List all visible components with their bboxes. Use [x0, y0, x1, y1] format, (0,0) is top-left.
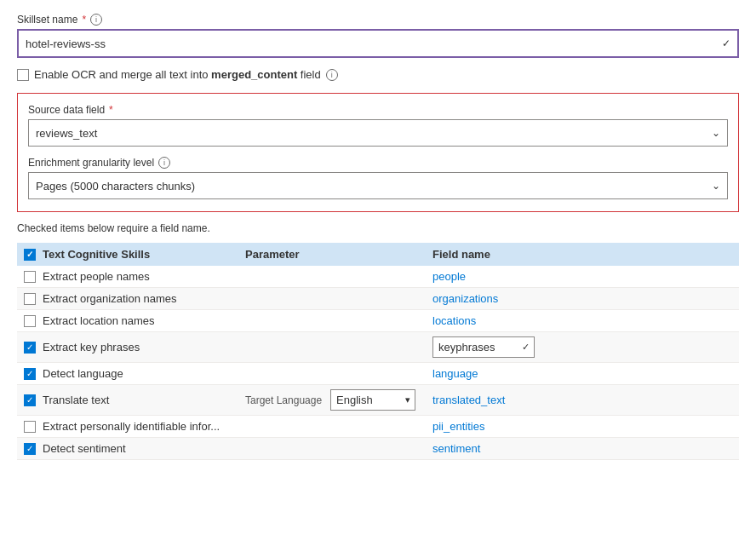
- table-row: Detect sentimentsentiment: [17, 438, 739, 460]
- table-row: Extract location nameslocations: [17, 310, 739, 332]
- source-data-required: *: [109, 104, 113, 116]
- helper-text: Checked items below require a field name…: [17, 222, 739, 234]
- field-name-cell: keyphrases✓: [426, 332, 739, 363]
- param-chevron-icon: ▾: [405, 394, 410, 405]
- ocr-row: Enable OCR and merge all text into merge…: [17, 68, 739, 81]
- field-name-value: organizations: [432, 292, 498, 305]
- table-row: Detect languagelanguage: [17, 363, 739, 385]
- source-data-section: Source data field * reviews_text ⌄: [28, 104, 728, 147]
- skillset-required: *: [82, 14, 86, 26]
- ocr-checkbox[interactable]: [17, 69, 29, 81]
- skill-cell: Extract people names: [17, 266, 238, 288]
- skillset-section: Skillset name * i hotel-reviews-ss ✓: [17, 14, 739, 58]
- table-row: Translate textTarget LanguageEnglish▾tra…: [17, 385, 739, 416]
- enrichment-label: Enrichment granularity level i: [28, 157, 728, 169]
- skill-cell: Detect language: [17, 363, 238, 385]
- field-name-cell: sentiment: [426, 438, 739, 460]
- param-select[interactable]: English▾: [330, 389, 415, 411]
- red-border-section: Source data field * reviews_text ⌄ Enric…: [17, 93, 739, 212]
- skill-checkbox[interactable]: [24, 271, 36, 283]
- ocr-label-prefix: Enable OCR and merge all text into: [34, 68, 211, 81]
- enrichment-section: Enrichment granularity level i Pages (50…: [28, 157, 728, 199]
- source-data-select[interactable]: reviews_text ⌄: [28, 119, 728, 147]
- ocr-label: Enable OCR and merge all text into merge…: [34, 68, 321, 81]
- skill-checkbox[interactable]: [24, 293, 36, 305]
- param-label: Target Language: [245, 394, 322, 406]
- table-header-row: Text Cognitive Skills Parameter Field na…: [17, 243, 739, 266]
- skillset-label-text: Skillset name: [17, 14, 77, 26]
- param-cell: Target LanguageEnglish▾: [238, 385, 426, 416]
- field-name-cell: pii_entities: [426, 416, 739, 438]
- skill-checkbox[interactable]: [24, 421, 36, 433]
- field-name-value: locations: [432, 314, 476, 327]
- skill-label: Detect sentiment: [43, 442, 126, 455]
- skill-label: Extract people names: [43, 270, 150, 283]
- field-name-cell: translated_text: [426, 385, 739, 416]
- skillset-select[interactable]: hotel-reviews-ss ✓: [17, 29, 739, 58]
- table-row: Extract key phraseskeyphrases✓: [17, 332, 739, 363]
- table-row: Extract people namespeople: [17, 266, 739, 288]
- skill-checkbox[interactable]: [24, 342, 36, 354]
- skillset-info-icon[interactable]: i: [90, 14, 102, 26]
- param-select-value: English: [331, 390, 393, 410]
- table-row: Extract organization namesorganizations: [17, 288, 739, 310]
- field-name-select-value: keyphrases: [433, 337, 515, 357]
- source-data-label: Source data field *: [28, 104, 728, 116]
- skills-table: Text Cognitive Skills Parameter Field na…: [17, 243, 739, 460]
- field-name-cell: people: [426, 266, 739, 288]
- ocr-info-icon[interactable]: i: [326, 69, 338, 81]
- skill-cell: Extract organization names: [17, 288, 238, 310]
- field-name-value: pii_entities: [432, 420, 484, 433]
- skill-cell: Extract key phrases: [17, 332, 238, 363]
- param-cell: [238, 288, 426, 310]
- skillset-chevron-icon: ✓: [722, 37, 730, 49]
- field-name-value: language: [432, 367, 478, 380]
- skill-label: Translate text: [43, 394, 109, 406]
- skillset-label: Skillset name * i: [17, 14, 739, 26]
- param-cell: [238, 332, 426, 363]
- skill-cell: Extract personally identifiable infor...: [17, 416, 238, 438]
- field-name-value: translated_text: [432, 394, 505, 406]
- skill-label: Extract personally identifiable infor...: [43, 420, 220, 433]
- field-name-cell: language: [426, 363, 739, 385]
- field-name-value: sentiment: [432, 442, 480, 455]
- skill-checkbox[interactable]: [24, 443, 36, 455]
- skill-cell: Extract location names: [17, 310, 238, 332]
- header-skill: Text Cognitive Skills: [17, 243, 238, 266]
- source-data-value: reviews_text: [29, 120, 727, 146]
- source-data-label-text: Source data field: [28, 104, 105, 116]
- header-checkbox[interactable]: [24, 249, 36, 261]
- header-field: Field name: [426, 243, 739, 266]
- skill-checkbox[interactable]: [24, 368, 36, 380]
- skill-cell: Detect sentiment: [17, 438, 238, 460]
- enrichment-select[interactable]: Pages (5000 characters chunks) ⌄: [28, 172, 728, 199]
- param-cell: [238, 438, 426, 460]
- skill-cell: Translate text: [17, 385, 238, 416]
- enrichment-info-icon[interactable]: i: [158, 157, 170, 169]
- skill-label: Detect language: [43, 367, 123, 380]
- skill-checkbox[interactable]: [24, 315, 36, 327]
- ocr-merged-content: merged_content: [211, 68, 297, 81]
- enrichment-value: Pages (5000 characters chunks): [29, 173, 727, 198]
- ocr-label-suffix: field: [297, 68, 320, 81]
- field-name-value: people: [432, 270, 466, 283]
- header-param: Parameter: [238, 243, 426, 266]
- param-cell: [238, 310, 426, 332]
- param-cell: [238, 363, 426, 385]
- field-name-cell: organizations: [426, 288, 739, 310]
- skill-label: Extract key phrases: [43, 341, 140, 354]
- enrichment-label-text: Enrichment granularity level: [28, 157, 154, 169]
- param-cell: [238, 266, 426, 288]
- table-row: Extract personally identifiable infor...…: [17, 416, 739, 438]
- enrichment-chevron-icon: ⌄: [712, 180, 720, 192]
- param-cell: [238, 416, 426, 438]
- field-name-cell: locations: [426, 310, 739, 332]
- header-skill-label: Text Cognitive Skills: [43, 248, 150, 261]
- field-name-select[interactable]: keyphrases✓: [432, 336, 535, 358]
- field-name-chevron-icon: ✓: [522, 342, 530, 353]
- skillset-value: hotel-reviews-ss: [19, 31, 737, 56]
- skill-checkbox[interactable]: [24, 394, 36, 406]
- skill-label: Extract organization names: [43, 292, 177, 305]
- source-data-chevron-icon: ⌄: [712, 127, 720, 139]
- skill-label: Extract location names: [43, 314, 155, 327]
